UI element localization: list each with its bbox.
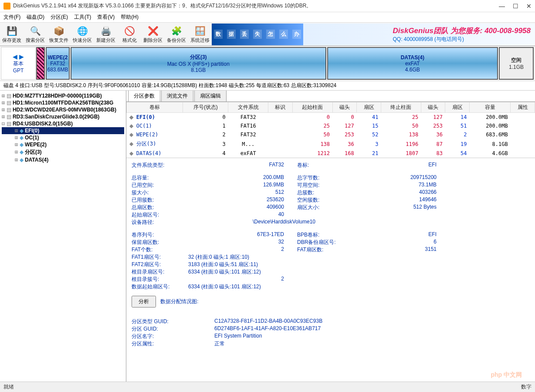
rootcl-l: 根目录簇号: (132, 276, 188, 283)
startsec-v: 40 (188, 211, 284, 219)
maximize-button[interactable]: ☐ (513, 3, 518, 10)
tree-disk-4[interactable]: ⊟ ▤ RD4:USBDISK2.0(15GB) (2, 120, 124, 127)
tree-partition-2[interactable]: ⊞ ◆ WEPE(2) (2, 141, 124, 148)
menu-tools[interactable]: 工具(T) (74, 14, 91, 21)
dbrbak-v: 6 (341, 239, 437, 246)
toolbar-label: 系统迁移 (190, 37, 210, 44)
toolbar-btn-3[interactable]: 🌐快速分区 (71, 24, 94, 45)
toolbar-btn-0[interactable]: 💾保存更改 (0, 24, 24, 45)
menu-help[interactable]: 帮助(H) (121, 14, 139, 21)
banner: 数据丢失怎么办 DiskGenius团队 为您服务: 400-008-9958 … (212, 24, 535, 45)
toolbar-icon: 🌐 (76, 25, 88, 37)
tree-partition-0[interactable]: ⊞ ◆ EFI(0) (2, 127, 124, 134)
partition-icon: ◆ (129, 114, 133, 120)
toolbar-icon: 🚫 (123, 25, 135, 37)
bytes-l: 总字节数: (284, 174, 341, 182)
toolbar-btn-5[interactable]: 🚫格式化 (118, 24, 141, 45)
expand-icon[interactable]: ⊞ (15, 135, 18, 141)
expand-icon[interactable]: ⊞ (2, 100, 5, 106)
col-header[interactable]: 文件系统 (228, 102, 268, 113)
col-header[interactable]: 属性 (511, 102, 535, 113)
datastart-l: 数据起始扇区号: (132, 283, 188, 291)
disk-icon: ▤ (7, 100, 11, 106)
tree-partition-3[interactable]: ⊞ ◆ 分区(3) (2, 148, 124, 156)
toolbar-label: 恢复文件 (49, 37, 68, 44)
tree-disk-0[interactable]: ⊞ ▤ HD0:MZ7TY128HDHP-00000(119GB) (2, 92, 124, 99)
toolbar-icon: 🧩 (170, 25, 183, 37)
tree-partition-4[interactable]: ⊞ ◆ DATAS(4) (2, 156, 124, 163)
menu-view[interactable]: 查看(V) (97, 14, 115, 21)
usedcl-l: 已用簇数: (132, 196, 188, 204)
free-l: 可用空间: (284, 182, 341, 189)
partition-block-0[interactable] (36, 47, 45, 80)
tree-disk-3[interactable]: ⊞ ▤ RD3:SanDiskCruzerGlide3.0(29GB) (2, 113, 124, 120)
table-row[interactable]: ◆ EFI(0)0FAT3200412512714200.0MB (127, 113, 535, 122)
partition-block-2[interactable]: 分区(3)Mac OS X (HFS+) partition8.1GB (71, 47, 326, 80)
partition-block-3[interactable]: DATAS(4)exFAT4.6GB (327, 47, 498, 80)
expand-icon[interactable]: ⊞ (15, 149, 18, 155)
tree-disk-2[interactable]: ⊞ ▤ HD2:WDCWD20EARS-00MVWB0(1863GB) (2, 106, 124, 113)
banner-char: 据 (227, 30, 236, 39)
toolbar: 💾保存更改🔍搜索分区📦恢复文件🌐快速分区🖨️新建分区🚫格式化❌删除分区🧩备份分区… (0, 23, 535, 46)
toolbar-btn-6[interactable]: ❌删除分区 (141, 24, 165, 45)
col-header[interactable]: 起始柱面 (292, 102, 332, 113)
analyze-button[interactable]: 分析 (132, 296, 156, 308)
menu-partition[interactable]: 分区(E) (51, 14, 68, 21)
fat1-l: FAT1扇区号: (132, 253, 188, 261)
close-button[interactable]: ✕ (526, 3, 532, 10)
used-v: 126.9MB (188, 182, 284, 189)
analyze-row: 分析 数据分配情况图: (132, 296, 530, 308)
fat2-v: 3183 (柱面:0 磁头:51 扇区:11) (188, 261, 380, 268)
disk-base-label: 基本 (13, 60, 24, 68)
tab-partition-params[interactable]: 分区参数 (128, 91, 160, 101)
expand-icon[interactable]: ⊞ (15, 157, 18, 163)
pattr-v: 正常 (188, 340, 225, 348)
main-content: ⊞ ▤ HD0:MZ7TY128HDHP-00000(119GB)⊞ ▤ HD1… (0, 91, 535, 382)
toolbar-label: 备份分区 (167, 37, 186, 44)
col-header[interactable]: 序号(状态) (183, 102, 228, 113)
expand-icon[interactable]: ⊞ (15, 142, 18, 148)
col-header[interactable]: 磁头 (421, 102, 445, 113)
partition-block-1[interactable]: WEPE(2FAT32683.6MB (46, 47, 70, 80)
startsec-l: 起始扇区号: (132, 211, 188, 219)
expand-icon[interactable]: ⊞ (2, 114, 5, 120)
nav-arrows[interactable]: ◀ ▶ (13, 53, 24, 60)
tab-browse-files[interactable]: 浏览文件 (161, 91, 193, 101)
toolbar-btn-1[interactable]: 🔍搜索分区 (24, 24, 47, 45)
menu-file[interactable]: 文件(F) (3, 14, 20, 21)
partition-block-4[interactable]: 空闲1.1GB (499, 47, 534, 80)
col-header[interactable]: 终止柱面 (381, 102, 421, 113)
expand-icon[interactable]: ⊟ (2, 121, 5, 127)
ptguid-l: 分区类型 GUID: (132, 318, 188, 325)
table-row[interactable]: ◆ 分区(3)3M...138363119687198.1GB (127, 139, 535, 149)
col-header[interactable]: 标识 (268, 102, 293, 113)
expand-icon[interactable]: ⊞ (2, 107, 5, 113)
expand-icon[interactable]: ⊞ (15, 128, 18, 134)
col-header[interactable]: 卷标 (127, 102, 183, 113)
table-row[interactable]: ◆ OC(1)1FAT1625127155025351200.0MB (127, 122, 535, 130)
toolbar-btn-8[interactable]: 🪟系统迁移 (188, 24, 212, 45)
vol-label: 卷标: (284, 162, 341, 169)
minimize-button[interactable]: — (499, 3, 505, 10)
expand-icon[interactable]: ⊞ (2, 93, 5, 99)
toolbar-label: 删除分区 (143, 37, 163, 44)
toolbar-btn-2[interactable]: 📦恢复文件 (47, 24, 71, 45)
partition-icon: ◆ (129, 150, 133, 156)
col-header[interactable]: 容量 (470, 102, 511, 113)
disk-tree[interactable]: ⊞ ▤ HD0:MZ7TY128HDHP-00000(119GB)⊞ ▤ HD1… (0, 91, 126, 382)
toolbar-icon: ❌ (147, 25, 159, 37)
col-header[interactable]: 扇区 (445, 102, 470, 113)
partition-icon: ◆ (20, 135, 24, 141)
table-row[interactable]: ◆ DATAS(4)4exFAT121216821180783544.6GB (127, 149, 535, 158)
toolbar-btn-4[interactable]: 🖨️新建分区 (94, 24, 118, 45)
col-header[interactable]: 磁头 (332, 102, 357, 113)
tab-sector-edit[interactable]: 扇区编辑 (194, 91, 227, 101)
toolbar-btn-7[interactable]: 🧩备份分区 (165, 24, 188, 45)
status-right: 数字 (521, 383, 532, 391)
partition-table[interactable]: 卷标序号(状态)文件系统标识起始柱面磁头扇区终止柱面磁头扇区容量属性 ◆ EFI… (126, 102, 535, 158)
menu-disk[interactable]: 磁盘(D) (27, 14, 44, 21)
table-row[interactable]: ◆ WEPE(2)2FAT325025352138362683.6MB (127, 130, 535, 139)
tree-partition-1[interactable]: ⊞ ◆ OC(1) (2, 134, 124, 141)
col-header[interactable]: 扇区 (357, 102, 381, 113)
tree-disk-1[interactable]: ⊞ ▤ HD1:Micron1100MTFDDAK256TBN(238G (2, 99, 124, 106)
